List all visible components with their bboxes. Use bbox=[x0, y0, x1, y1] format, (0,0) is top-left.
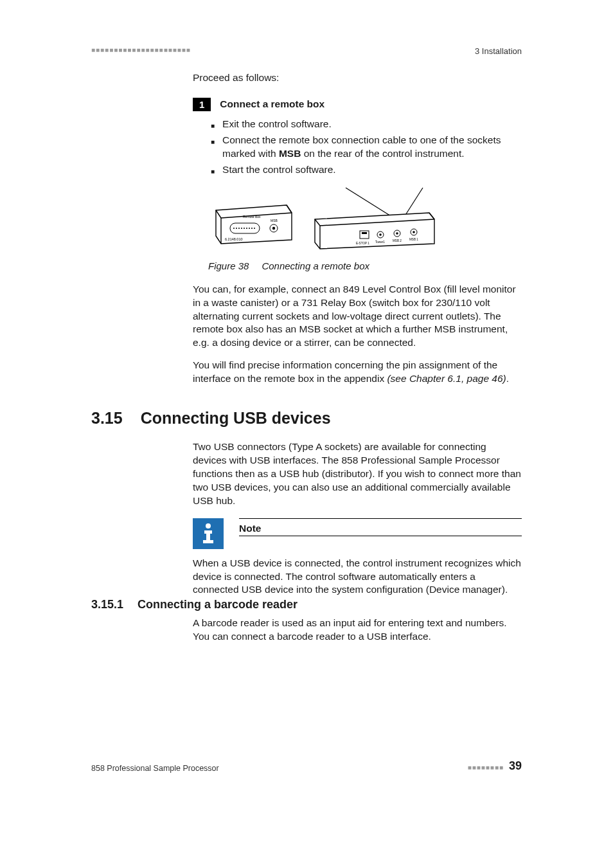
cross-reference: (see Chapter 6.1, page 46) bbox=[387, 373, 506, 384]
svg-point-6 bbox=[233, 228, 234, 228]
step-bullets: ■ Exit the control software. ■ Connect t… bbox=[211, 118, 522, 177]
page-number: 39 bbox=[509, 759, 522, 773]
note-rule bbox=[239, 518, 522, 519]
bullet-text: Start the control software. bbox=[222, 163, 336, 177]
fig-label: Tower1 bbox=[375, 240, 385, 244]
section-paragraph: Two USB connectors (Type A sockets) are … bbox=[193, 440, 522, 508]
bullet-text-bold: MSB bbox=[279, 148, 301, 159]
fig-label: Remote Box bbox=[243, 215, 261, 219]
svg-point-32 bbox=[206, 523, 211, 529]
subsection-number: 3.15.1 bbox=[91, 598, 123, 611]
fig-label: 6.2148.010 bbox=[225, 237, 243, 241]
svg-point-31 bbox=[413, 231, 415, 233]
svg-rect-25 bbox=[362, 232, 367, 234]
header-decoration: ■■■■■■■■■■■■■■■■■■■■■■ bbox=[91, 46, 191, 53]
page-footer: 858 Professional Sample Processor ■■■■■■… bbox=[91, 759, 522, 773]
svg-rect-35 bbox=[203, 540, 213, 543]
fig-label: MSB 2 bbox=[393, 239, 402, 242]
note-body: When a USB device is connected, the cont… bbox=[193, 557, 522, 597]
svg-rect-34 bbox=[206, 530, 210, 541]
footer-title: 858 Professional Sample Processor bbox=[91, 764, 219, 773]
bullet-text-part: on the rear of the control instrument. bbox=[301, 148, 464, 159]
subsection-paragraph: A barcode reader is used as an input aid… bbox=[193, 617, 522, 644]
svg-point-11 bbox=[246, 228, 247, 228]
paragraph-1: You can, for example, connect an 849 Lev… bbox=[193, 283, 522, 350]
fig-label: MSB bbox=[271, 219, 278, 222]
svg-point-8 bbox=[238, 228, 239, 228]
section-title: Connecting USB devices bbox=[141, 409, 331, 428]
bullet-icon: ■ bbox=[211, 167, 215, 176]
fig-label: MSB 1 bbox=[409, 238, 418, 241]
figure-38: Remote Box MSB 6.2148.010 E-STOP 1 Tower… bbox=[211, 185, 522, 255]
section-number: 3.15 bbox=[91, 409, 123, 428]
svg-point-9 bbox=[241, 228, 242, 228]
fig-label: E-STOP 1 bbox=[356, 242, 369, 245]
figure-caption-text: Connecting a remote box bbox=[262, 260, 369, 271]
remote-box-icon: Remote Box MSB 6.2148.010 bbox=[211, 197, 294, 255]
note-block: Note bbox=[193, 518, 522, 549]
subsection-heading: 3.15.1 Connecting a barcode reader bbox=[91, 598, 522, 611]
bullet-1: ■ Exit the control software. bbox=[211, 118, 522, 131]
bullet-text: Connect the remote box connection cable … bbox=[222, 134, 522, 161]
step-title: Connect a remote box bbox=[220, 98, 324, 110]
intro-text: Proceed as follows: bbox=[193, 72, 522, 84]
bullet-icon: ■ bbox=[211, 122, 215, 131]
step-1: 1 Connect a remote box bbox=[193, 98, 522, 111]
note-rule bbox=[239, 536, 522, 536]
subsection-title: Connecting a barcode reader bbox=[138, 598, 298, 611]
figure-caption: Figure 38Connecting a remote box bbox=[208, 260, 522, 271]
info-icon bbox=[193, 518, 224, 549]
bullet-icon: ■ bbox=[211, 138, 215, 147]
header-chapter: 3 Installation bbox=[475, 46, 522, 56]
paragraph-2: You will find precise information concer… bbox=[193, 359, 522, 386]
svg-point-14 bbox=[254, 228, 254, 228]
bullet-text: Exit the control software. bbox=[222, 118, 332, 131]
para-part: . bbox=[506, 373, 509, 384]
figure-number: Figure 38 bbox=[208, 260, 249, 271]
svg-point-16 bbox=[272, 226, 275, 229]
svg-line-17 bbox=[346, 188, 394, 218]
subsection-3-15-1: 3.15.1 Connecting a barcode reader A bar… bbox=[91, 598, 522, 653]
svg-point-7 bbox=[236, 228, 236, 228]
main-body: Proceed as follows: 1 Connect a remote b… bbox=[193, 72, 522, 395]
section-3-15: 3.15 Connecting USB devices Two USB conn… bbox=[91, 409, 522, 606]
svg-point-29 bbox=[396, 232, 398, 235]
svg-point-27 bbox=[379, 233, 382, 236]
svg-point-12 bbox=[249, 228, 249, 228]
note-title: Note bbox=[239, 521, 522, 536]
svg-point-13 bbox=[251, 228, 252, 228]
footer-decoration: ■■■■■■■■ bbox=[468, 764, 504, 771]
svg-point-10 bbox=[244, 228, 244, 228]
bullet-2: ■ Connect the remote box connection cabl… bbox=[211, 134, 522, 161]
control-instrument-icon: E-STOP 1 Tower1 MSB 2 MSB 1 bbox=[314, 185, 436, 255]
bullet-3: ■ Start the control software. bbox=[211, 163, 522, 177]
step-number-badge: 1 bbox=[193, 98, 211, 111]
section-heading: 3.15 Connecting USB devices bbox=[91, 409, 522, 428]
